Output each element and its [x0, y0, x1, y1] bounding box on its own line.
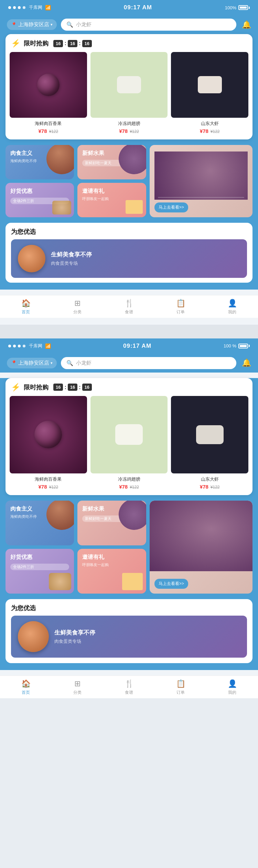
discount-card-title-1: 好货优惠: [10, 188, 69, 195]
category-card-discount-2[interactable]: 好货优惠 全场2件三折: [6, 549, 74, 594]
promo-banner-2[interactable]: 生鲜美食享不停 肉食蛋类专场: [11, 616, 247, 658]
nav-item-orders-1[interactable]: 📋 订单: [170, 299, 191, 315]
for-you-heading-1: 为您优选: [6, 223, 252, 239]
fruit-large-cta-1[interactable]: 马上去看看>>: [154, 202, 188, 212]
nav-item-recipe-2[interactable]: 🍴 食谱: [119, 679, 139, 696]
location-text-1: 上海静安区店: [18, 21, 49, 28]
category-card-meat-1[interactable]: 肉食主义 海鲜肉类吃不停: [6, 145, 74, 179]
fruit-food-image: [119, 145, 146, 174]
flash-products-2: 海鲜肉百香果 ¥78 ¥122 冷冻鸡翅膀 ¥78: [6, 396, 252, 495]
category-card-meat-2[interactable]: 肉食主义 海鲜肉类吃不停: [6, 501, 74, 545]
shrimp-visual-2: [171, 396, 248, 473]
location-pin-icon-2: 📍: [11, 360, 17, 366]
for-you-section-1: 为您优选 生鲜美食享不停 肉食蛋类专场: [6, 223, 252, 283]
countdown-timer-2: 16 : 16 : 16: [53, 384, 92, 391]
product-price-row-2: ¥78 ¥122: [119, 128, 139, 134]
product-image-1: [10, 52, 87, 118]
category-card-invite-2[interactable]: 邀请有礼 呼朋唤友一起购: [77, 549, 146, 594]
location-button-2[interactable]: 📍 上海静安区店 ▾: [7, 358, 57, 368]
bell-icon-1[interactable]: 🔔: [242, 20, 251, 29]
location-button-1[interactable]: 📍 上海静安区店 ▾: [7, 19, 57, 30]
product-price-current-p3: ¥78: [200, 484, 208, 490]
discount-food-decoration: [49, 573, 71, 590]
category-grid-1: 肉食主义 海鲜肉类吃不停 新鲜水果 新鲜好吃一夏天 马上去看看>> 好货优惠: [6, 145, 252, 217]
nav-item-profile-2[interactable]: 👤 我的: [222, 679, 243, 696]
bottom-nav-2: 🏠 首页 ⊞ 分类 🍴 食谱 📋 订单 👤 我的: [0, 676, 258, 698]
discount-card-title-2: 好货优惠: [10, 554, 69, 561]
nav-label-profile-2: 我的: [228, 690, 236, 696]
fruit-large-cta-2[interactable]: 马上去看看>>: [154, 579, 188, 589]
category-card-fruit-2[interactable]: 新鲜水果 新鲜好吃一夏天: [77, 501, 146, 545]
product-name-p3: 山东大虾: [201, 476, 219, 482]
product-price-row-p1: ¥78 ¥122: [38, 484, 58, 490]
product-card-shrimp[interactable]: 山东大虾 ¥78 ¥122: [171, 52, 248, 134]
fruit-food-image-2: [119, 501, 146, 530]
product-card-passion-fruit-2[interactable]: 海鲜肉百香果 ¥78 ¥122: [10, 396, 87, 490]
category-card-discount-1[interactable]: 好货优惠 全场2件三折: [6, 183, 74, 217]
product-card-passion-fruit[interactable]: 海鲜肉百香果 ¥78 ¥122: [10, 52, 87, 134]
bottom-nav-1: 🏠 首页 ⊞ 分类 🍴 食谱 📋 订单 👤 我的: [0, 295, 258, 318]
meat-food-image: [46, 145, 74, 174]
orders-icon-2: 📋: [176, 679, 185, 688]
nav-item-profile-1[interactable]: 👤 我的: [222, 299, 243, 315]
timer-hours-1: 16: [53, 40, 63, 47]
category-card-fruit-large-2[interactable]: 马上去看看>>: [150, 501, 252, 594]
search-bar-2[interactable]: 🔍 小龙虾: [61, 357, 236, 369]
search-bar-1[interactable]: 🔍 小龙虾: [61, 19, 236, 31]
invite-box-decoration-2: [122, 573, 143, 590]
nav-label-recipe-1: 食谱: [125, 309, 133, 315]
large-fruit-image-2: [150, 501, 252, 571]
product-price-row-3: ¥78 ¥122: [200, 128, 220, 134]
search-placeholder-2: 小龙虾: [76, 360, 92, 366]
flash-icon-1: ⚡: [11, 39, 20, 48]
invite-card-subtitle-2: 呼朋唤友一起购: [82, 562, 141, 567]
product-name-2: 冷冻鸡翅膀: [118, 121, 140, 127]
orders-icon-1: 📋: [176, 299, 185, 308]
status-time-1: 09:17 AM: [124, 4, 152, 11]
nav-label-orders-1: 订单: [176, 309, 185, 315]
product-card-shrimp-2[interactable]: 山东大虾 ¥78 ¥122: [171, 396, 248, 490]
passion-fruit-visual-2: [10, 396, 87, 473]
main-content-1: ⚡ 限时抢购 16 : 16 : 16: [0, 34, 258, 290]
product-image-2: [90, 52, 168, 118]
flash-icon-2: ⚡: [11, 383, 20, 392]
nav-label-home-1: 首页: [22, 309, 30, 315]
screen-divider: [0, 325, 258, 338]
flash-products-1: 海鲜肉百香果 ¥78 ¥122 冷冻鸡翅膀 ¥78: [6, 52, 252, 139]
nav-label-category-2: 分类: [73, 690, 82, 696]
fruit-shape: [37, 74, 60, 96]
bell-icon-2[interactable]: 🔔: [242, 358, 251, 367]
recipe-icon-2: 🍴: [125, 679, 134, 688]
category-card-fruit-large-1[interactable]: 马上去看看>>: [150, 145, 252, 217]
category-card-invite-1[interactable]: 邀请有礼 呼朋唤友一起购: [77, 183, 146, 217]
product-card-chicken[interactable]: 冷冻鸡翅膀 ¥78 ¥122: [90, 52, 168, 134]
nav-item-home-1[interactable]: 🏠 首页: [15, 299, 36, 315]
shrimp-shape: [198, 76, 222, 93]
nav-item-category-1[interactable]: ⊞ 分类: [67, 299, 88, 315]
product-price-original-2: ¥122: [130, 129, 139, 134]
chevron-down-icon-2: ▾: [51, 361, 53, 365]
nav-item-orders-2[interactable]: 📋 订单: [170, 679, 191, 696]
status-right: 100%: [225, 5, 250, 10]
meat-food-image-2: [46, 501, 74, 530]
nav-item-recipe-1[interactable]: 🍴 食谱: [119, 299, 139, 315]
search-icon-2: 🔍: [66, 360, 73, 366]
promo-banner-1[interactable]: 生鲜美食享不停 肉食蛋类专场: [11, 239, 247, 278]
category-grid-2: 肉食主义 海鲜肉类吃不停 新鲜水果 新鲜好吃一夏天 马上去看看>> 好货优惠 全…: [6, 501, 252, 594]
chevron-down-icon-1: ▾: [51, 22, 53, 27]
product-card-chicken-2[interactable]: 冷冻鸡翅膀 ¥78 ¥122: [90, 396, 168, 490]
product-price-current-3: ¥78: [200, 128, 208, 134]
category-card-fruit-1[interactable]: 新鲜水果 新鲜好吃一夏天: [77, 145, 146, 179]
invite-box-decoration: [126, 200, 143, 214]
chicken-visual: [90, 52, 168, 118]
nav-label-recipe-2: 食谱: [125, 690, 133, 696]
nav-item-category-2[interactable]: ⊞ 分类: [67, 679, 88, 696]
signal-dot-4: [23, 6, 25, 9]
timer-hours-2: 16: [53, 384, 63, 391]
product-price-row-1: ¥78 ¥122: [38, 128, 58, 134]
nav-item-home-2[interactable]: 🏠 首页: [15, 679, 36, 696]
signal-dot-1: [8, 6, 11, 9]
for-you-heading-2: 为您优选: [6, 599, 252, 616]
status-left-2: 千库网 📶: [8, 343, 51, 349]
status-left: 千库网 📶: [8, 4, 51, 11]
